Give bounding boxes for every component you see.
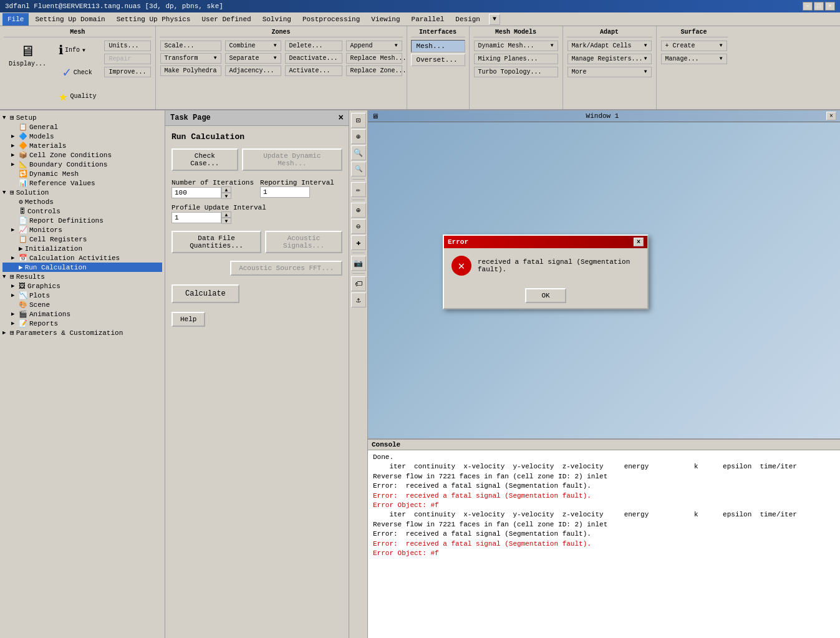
- num-iterations-input[interactable]: [171, 187, 221, 198]
- menu-parallel[interactable]: Parallel: [407, 13, 450, 26]
- tree-item-plots[interactable]: ▶📉Plots: [2, 291, 162, 300]
- camera-button[interactable]: 📷: [351, 256, 366, 271]
- improve-button[interactable]: Improve...: [104, 67, 150, 77]
- more-adapt-button[interactable]: More ▼: [567, 67, 652, 77]
- viewport-close-button[interactable]: ×: [826, 112, 836, 120]
- num-iterations-down[interactable]: ▼: [221, 193, 231, 199]
- console-content[interactable]: Done. iter continuity x-velocity y-veloc…: [368, 450, 840, 638]
- menu-postprocessing[interactable]: Postprocessing: [297, 13, 365, 26]
- tree-item-cell-registers[interactable]: 📋Cell Registers: [2, 234, 162, 244]
- tag-button[interactable]: 🏷: [351, 276, 366, 291]
- tree-item-solution[interactable]: ▼⊞Solution: [2, 188, 162, 197]
- menu-solving[interactable]: Solving: [258, 13, 296, 26]
- tree-item-scene[interactable]: 🎨Scene: [2, 300, 162, 309]
- combine-button[interactable]: Combine ▼: [225, 41, 281, 51]
- tree-item-results[interactable]: ▼⊞Results: [2, 272, 162, 281]
- zoom-out2-button[interactable]: ⊖: [351, 219, 366, 234]
- menu-setup-physics[interactable]: Setting Up Physics: [112, 13, 196, 26]
- quality-button[interactable]: ★ Quality: [54, 85, 101, 108]
- anchor-button[interactable]: ⚓: [351, 292, 366, 307]
- create-button[interactable]: + Create ▼: [661, 41, 727, 51]
- check-button[interactable]: ✓ Check: [54, 62, 101, 84]
- tree-item-calculation-activities[interactable]: ▶📅Calculation Activities: [2, 253, 162, 263]
- dynamic-mesh-button[interactable]: Dynamic Mesh... ▼: [474, 41, 558, 51]
- num-iterations-up[interactable]: ▲: [221, 186, 231, 193]
- tree-item-cell-zone-conditions[interactable]: ▶📦Cell Zone Conditions: [2, 150, 162, 160]
- tree-item-initialization[interactable]: ▶Initialization: [2, 244, 162, 253]
- menu-user-defined[interactable]: User Defined: [196, 13, 256, 26]
- make-polyhedra-button[interactable]: Make Polyhedra: [160, 65, 221, 76]
- append-button[interactable]: Append ▼: [346, 41, 402, 51]
- acoustic-signals-button[interactable]: Acoustic Signals...: [265, 231, 342, 253]
- tree-item-controls[interactable]: 🎛Controls: [2, 206, 162, 216]
- profile-update-up[interactable]: ▲: [221, 211, 231, 218]
- display-button[interactable]: 🖥 Display...: [4, 40, 51, 70]
- menu-setup-domain[interactable]: Setting Up Domain: [30, 13, 110, 26]
- turbo-topology-button[interactable]: Turbo Topology...: [474, 67, 558, 77]
- tree-item-materials[interactable]: ▶🔶Materials: [2, 141, 162, 150]
- activate-button[interactable]: Activate...: [285, 65, 342, 76]
- transform-button[interactable]: Transform ▼: [160, 53, 221, 64]
- tree-item-boundary-conditions[interactable]: ▶📐Boundary Conditions: [2, 160, 162, 169]
- error-dialog-close-button[interactable]: ×: [634, 238, 644, 246]
- replace-zone-button[interactable]: Replace Zone...: [346, 65, 402, 76]
- tree-item-dynamic-mesh[interactable]: 🔁Dynamic Mesh: [2, 169, 162, 178]
- adjacency-button[interactable]: Adjacency...: [225, 65, 281, 76]
- update-dynamic-mesh-button[interactable]: Update Dynamic Mesh...: [242, 148, 342, 171]
- tree-item-reports[interactable]: ▶📝Reports: [2, 319, 162, 328]
- profile-update-down[interactable]: ▼: [221, 218, 231, 224]
- replace-mesh-button[interactable]: Replace Mesh...: [346, 53, 402, 64]
- zoom-in-button[interactable]: 🔍: [351, 145, 366, 160]
- scale-button[interactable]: Scale...: [160, 41, 221, 51]
- info-button[interactable]: ℹ Info ▼: [54, 40, 90, 60]
- zoom-in2-button[interactable]: ⊕: [351, 203, 366, 218]
- scale-view-button[interactable]: ✚: [351, 235, 366, 250]
- error-ok-button[interactable]: OK: [525, 288, 566, 303]
- tree-item-setup[interactable]: ▼⊞Setup: [2, 113, 162, 122]
- edit-button[interactable]: ✏: [351, 182, 366, 197]
- close-button[interactable]: ×: [825, 2, 835, 11]
- check-case-button[interactable]: Check Case...: [171, 148, 238, 171]
- reporting-interval-input[interactable]: [260, 186, 310, 198]
- mark-adapt-cells-button[interactable]: Mark/Adapt Cells ▼: [567, 41, 652, 51]
- maximize-button[interactable]: □: [814, 2, 824, 11]
- manage-button[interactable]: Manage... ▼: [661, 54, 727, 64]
- calculate-button[interactable]: Calculate: [171, 284, 239, 303]
- overset-button[interactable]: Overset...: [411, 54, 465, 66]
- tree-item-graphics[interactable]: ▶🖼Graphics: [2, 281, 162, 291]
- tree-item-general[interactable]: 📋General: [2, 122, 162, 132]
- mesh-interface-button[interactable]: Mesh...: [411, 40, 465, 52]
- tree-item-models[interactable]: ▶🔷Models: [2, 132, 162, 141]
- mixing-planes-button[interactable]: Mixing Planes...: [474, 54, 558, 64]
- profile-update-input[interactable]: [171, 212, 221, 223]
- tree-item-report-definitions[interactable]: 📄Report Definitions: [2, 216, 162, 225]
- acoustic-fft-button[interactable]: Acoustic Sources FFT...: [230, 261, 342, 276]
- task-panel-header: Task Page ×: [165, 110, 349, 126]
- menu-file[interactable]: File: [2, 13, 29, 26]
- separate-button[interactable]: Separate ▼: [225, 53, 281, 64]
- expand-menu-button[interactable]: ▼: [489, 14, 500, 25]
- tree-item-methods[interactable]: ⚙Methods: [2, 197, 162, 206]
- manage-registers-button[interactable]: Manage Registers... ▼: [567, 54, 652, 64]
- fit-view-button[interactable]: ⊡: [351, 113, 366, 128]
- tree-item-run-calculation[interactable]: ▶Run Calculation: [2, 263, 162, 272]
- minimize-button[interactable]: −: [803, 2, 813, 11]
- data-file-quantities-button[interactable]: Data File Quantities...: [171, 231, 261, 253]
- tree-item-reference-values[interactable]: 📊Reference Values: [2, 178, 162, 188]
- tree-item-icon: 📅: [19, 254, 27, 262]
- task-panel: Task Page × Run Calculation Check Case..…: [165, 110, 349, 638]
- tree-item-parameters-&-customization[interactable]: ▶⊞Parameters & Customization: [2, 328, 162, 337]
- tree-item-animations[interactable]: ▶🎬Animations: [2, 309, 162, 319]
- delete-button[interactable]: Delete...: [285, 41, 342, 51]
- deactivate-button[interactable]: Deactivate...: [285, 53, 342, 64]
- task-panel-close-button[interactable]: ×: [339, 113, 344, 123]
- menu-viewing[interactable]: Viewing: [366, 13, 405, 26]
- repair-button[interactable]: Repair: [104, 54, 150, 64]
- tree-item-monitors[interactable]: ▶📈Monitors: [2, 225, 162, 234]
- menu-design[interactable]: Design: [450, 13, 485, 26]
- tree-toggle: ▶: [2, 329, 10, 336]
- zoom-out-button[interactable]: 🔍: [351, 162, 366, 176]
- help-button[interactable]: Help: [171, 312, 205, 327]
- zoom-select-button[interactable]: ⊕: [351, 129, 366, 144]
- units-button[interactable]: Units...: [104, 41, 150, 51]
